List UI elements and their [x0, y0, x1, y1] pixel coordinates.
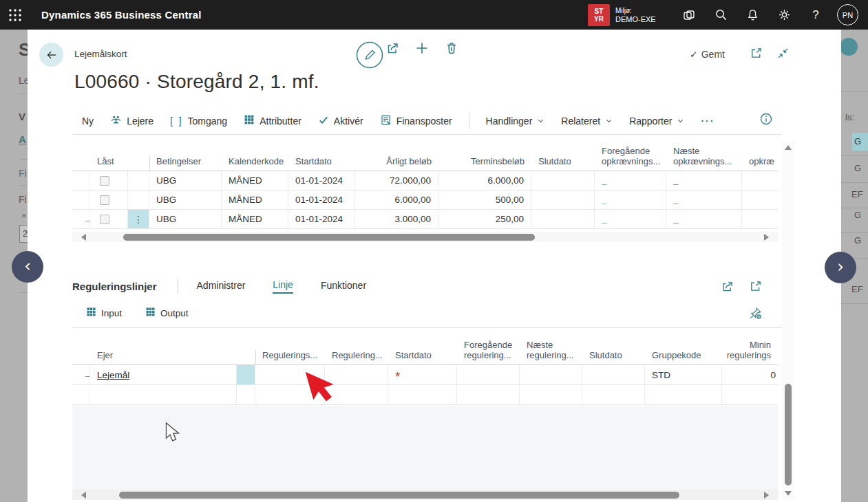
section-share-icon[interactable] — [721, 280, 734, 293]
hscroll-thumb[interactable] — [119, 492, 679, 499]
cell-termins[interactable]: 6.000,00 — [438, 171, 531, 190]
page-hscrollbar[interactable] — [72, 490, 778, 500]
tab-administrer[interactable]: Administrer — [197, 280, 246, 293]
info-icon[interactable] — [759, 112, 773, 126]
overflow-menu-icon[interactable]: ··· — [701, 116, 714, 127]
share-button[interactable] — [385, 41, 399, 55]
environment-badge[interactable]: ST YR — [588, 4, 610, 26]
cell-aarligt[interactable]: 3.000,00 — [354, 210, 438, 229]
back-button[interactable] — [39, 43, 63, 67]
cell-termins[interactable]: 250,00 — [438, 210, 531, 229]
cell-naeste[interactable] — [520, 365, 582, 385]
cell-betingelser[interactable]: UBG — [149, 210, 222, 229]
contract-table-row-active[interactable]: → ⋮ UBG MÅNED 01-01-2024 3.000,00 250,00… — [72, 210, 778, 229]
action-ny[interactable]: Ny — [82, 116, 94, 127]
cell-naeste-link[interactable]: _ — [666, 171, 742, 190]
scroll-down-arrow[interactable] — [785, 491, 792, 496]
regulation-table-row-active[interactable]: → Lejemål * STD 0 — [72, 365, 778, 385]
scroll-left-arrow[interactable] — [81, 492, 86, 499]
cell[interactable] — [582, 385, 645, 405]
col-naeste-regulering[interactable]: Næste regulering... — [520, 340, 582, 364]
cell-aarligt[interactable]: 72.000,00 — [354, 171, 438, 190]
selected-cell[interactable] — [237, 365, 255, 385]
vscroll-thumb[interactable] — [785, 384, 792, 485]
cell-betingelser[interactable]: UBG — [149, 171, 222, 190]
col-opkrae[interactable]: opkræ — [742, 156, 778, 171]
col-slutdato[interactable]: Slutdato — [531, 156, 595, 171]
app-launcher-waffle-icon[interactable] — [0, 0, 30, 30]
hscroll-thumb[interactable] — [123, 234, 535, 241]
row-options-dots-icon[interactable]: ⋮ — [128, 210, 149, 229]
col-min-regulerings[interactable]: Minin regulerings — [722, 340, 778, 364]
cell-slutdato[interactable] — [531, 210, 595, 229]
col-naeste-opkraevnings[interactable]: Næste opkrævnings... — [666, 146, 742, 171]
section-open-in-window-icon[interactable] — [749, 280, 762, 293]
col-betingelser[interactable]: Betingelser — [149, 156, 222, 171]
cell-naeste-link[interactable]: _ — [666, 210, 742, 229]
scroll-left-arrow[interactable] — [81, 234, 86, 241]
col-regulerings[interactable]: Regulerings... — [255, 350, 325, 364]
regulation-table-row-empty[interactable] — [72, 385, 778, 405]
scroll-right-arrow[interactable] — [764, 492, 769, 499]
previous-record-button[interactable]: ‹ — [12, 251, 43, 283]
cell[interactable] — [520, 385, 582, 405]
action-aktiver[interactable]: Aktivér — [318, 115, 363, 127]
col-foregaaende-opkraevnings[interactable]: Foregående opkrævnings... — [595, 146, 666, 171]
tab-linje[interactable]: Linje — [273, 279, 293, 294]
help-icon[interactable]: ? — [800, 0, 832, 30]
contract-table-hscrollbar[interactable] — [72, 232, 778, 242]
contract-table-row[interactable]: UBG MÅNED 01-01-2024 72.000,00 6.000,00 … — [72, 171, 778, 190]
dynamics-365-icon[interactable] — [673, 0, 705, 30]
cell[interactable] — [722, 385, 778, 405]
col-laast[interactable]: Låst — [90, 156, 128, 171]
app-title[interactable]: Dynamics 365 Business Central — [41, 9, 202, 21]
col-foregaaende-regulering[interactable]: Foregående regulering... — [457, 340, 520, 364]
cell-foregaaende-link[interactable]: _ — [595, 210, 666, 229]
next-record-button[interactable]: › — [825, 252, 856, 283]
page-vscrollbar[interactable] — [782, 141, 794, 500]
cell[interactable] — [237, 385, 255, 405]
col-aarligt-beloeb[interactable]: Årligt beløb — [354, 156, 438, 171]
cell-slutdato[interactable] — [531, 171, 595, 190]
action-lejere[interactable]: Lejere — [110, 114, 154, 127]
cell-foregaaende-link[interactable]: _ — [595, 190, 666, 210]
col-slutdato[interactable]: Slutdato — [582, 350, 645, 364]
new-plus-button[interactable] — [415, 41, 429, 55]
col-startdato[interactable]: Startdato — [288, 156, 354, 171]
cell-naeste-link[interactable]: _ — [666, 190, 742, 210]
cell-termins[interactable]: 500,00 — [438, 190, 531, 210]
cell-ejer[interactable] — [90, 385, 237, 405]
collapse-page-icon[interactable] — [776, 47, 790, 61]
unpin-icon[interactable] — [749, 307, 762, 320]
delete-trash-button[interactable] — [445, 41, 458, 55]
tab-funktioner[interactable]: Funktioner — [321, 280, 366, 293]
cell-aarligt[interactable]: 6.000,00 — [354, 190, 438, 210]
settings-gear-icon[interactable] — [768, 0, 800, 30]
scroll-up-arrow[interactable] — [785, 145, 792, 150]
laast-checkbox[interactable] — [100, 215, 109, 224]
cell-kalenderkode[interactable]: MÅNED — [222, 171, 288, 190]
laast-checkbox[interactable] — [100, 176, 109, 186]
cell-foregaaende-link[interactable]: _ — [595, 171, 666, 190]
notifications-bell-icon[interactable] — [737, 0, 768, 30]
cell-min-value[interactable]: 0 — [770, 370, 776, 380]
cell[interactable] — [645, 385, 722, 405]
cell-slutdato[interactable] — [582, 365, 645, 385]
cell-startdato[interactable]: 01-01-2024 — [288, 210, 354, 229]
cell-kalenderkode[interactable]: MÅNED — [222, 210, 288, 229]
col-terminsbeloeb[interactable]: Terminsbeløb — [438, 156, 531, 171]
cell-gruppekode[interactable]: STD — [645, 365, 722, 385]
cell-ejer-link[interactable]: Lejemål — [90, 365, 237, 385]
menu-rapporter[interactable]: Rapporter — [629, 116, 684, 127]
menu-relateret[interactable]: Relateret — [561, 116, 613, 127]
cell-startdato[interactable]: 01-01-2024 — [288, 171, 354, 190]
cell[interactable] — [388, 385, 457, 405]
laast-checkbox[interactable] — [100, 195, 109, 205]
menu-handlinger[interactable]: Handlinger — [486, 116, 545, 127]
search-icon[interactable] — [705, 0, 737, 30]
contract-table-row[interactable]: UBG MÅNED 01-01-2024 6.000,00 500,00 _ _ — [72, 190, 778, 210]
cell-slutdato[interactable] — [531, 190, 595, 210]
output-button[interactable]: Output — [145, 307, 189, 319]
avatar[interactable]: PN — [837, 4, 858, 25]
edit-pencil-button[interactable] — [356, 41, 370, 55]
